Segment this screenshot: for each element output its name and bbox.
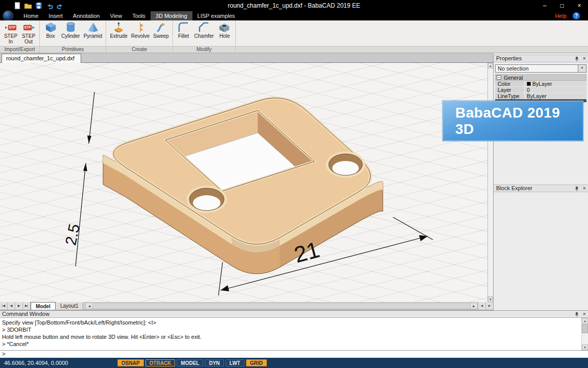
sweep-button[interactable]: Sweep [152, 21, 170, 39]
ribbon-filler [236, 20, 588, 53]
command-window: Command Window × Specify view [Top/Botto… [0, 310, 588, 358]
toggle-lwt[interactable]: LWT [226, 359, 244, 366]
cylinder-button[interactable]: Cylinder [60, 21, 81, 39]
command-line: Specify view [Top/Bottom/Front/bAck/Left… [2, 319, 580, 326]
scroll-left-icon[interactable]: ◀ [86, 303, 92, 309]
command-window-header: Command Window × [0, 310, 588, 318]
ribbon-group-create: Extrude Revolve Sweep Create [106, 20, 173, 53]
toggle-model[interactable]: MODEL [177, 359, 203, 366]
pin-icon[interactable] [574, 186, 579, 193]
hole-icon [218, 21, 230, 33]
pyramid-button[interactable]: Pyramid [83, 21, 104, 39]
last-sheet-icon[interactable]: ▶| [23, 302, 31, 310]
close-icon[interactable]: × [583, 55, 586, 62]
trial-watermark: BabaCAD 2019 3D [443, 101, 583, 141]
scroll-down-icon[interactable]: ▼ [488, 296, 493, 302]
collapse-icon[interactable]: − [497, 75, 501, 80]
watermark-text: BabaCAD 2019 3D [455, 105, 583, 137]
category-general[interactable]: − General [495, 74, 586, 81]
group-label-modify: Modify [173, 46, 235, 53]
document-tab[interactable]: round_chamfer_1c_upd.dxf [2, 54, 81, 63]
command-line: > *Cancel* [2, 340, 580, 348]
selection-dropdown[interactable]: No selection ▼ [495, 64, 586, 73]
properties-grid: Color ByLayer Layer 0 LineType ByLayer [495, 81, 586, 99]
pan-left-icon[interactable]: ◀ [478, 302, 485, 310]
drawing-viewport[interactable]: 2.5 21 ▲ ▼ [0, 63, 493, 302]
close-icon[interactable]: × [583, 185, 586, 192]
document-tab-bar: round_chamfer_1c_upd.dxf [0, 53, 493, 63]
hole-right [327, 153, 364, 176]
step-out-icon: STP [23, 21, 35, 33]
property-row-layer[interactable]: Layer 0 [495, 87, 586, 93]
chamfer-button[interactable]: Chamfer [193, 21, 215, 39]
scroll-right-icon[interactable]: ▶ [471, 303, 477, 309]
scrollbar-thumb[interactable] [92, 303, 471, 309]
hole-left [188, 187, 226, 212]
scroll-down-icon[interactable]: ▼ [582, 344, 588, 350]
revolve-icon [134, 21, 146, 33]
scroll-up-icon[interactable]: ▲ [488, 63, 493, 68]
fillet-icon [178, 21, 189, 33]
pin-icon[interactable] [574, 56, 579, 63]
close-button[interactable]: × [571, 0, 588, 11]
menubar: Home Insert Annotation View Tools 3D Mod… [0, 11, 588, 20]
minimize-button[interactable]: – [536, 0, 553, 11]
category-general-label: General [504, 75, 523, 81]
revolve-button[interactable]: Revolve [130, 21, 151, 39]
pyramid-icon [87, 21, 99, 33]
chevron-down-icon[interactable]: ▼ [578, 65, 586, 72]
command-history[interactable]: Specify view [Top/Bottom/Front/bAck/Left… [0, 318, 588, 351]
scroll-up-icon[interactable]: ▲ [582, 318, 588, 324]
command-input[interactable]: > [0, 351, 588, 357]
next-sheet-icon[interactable]: ▶ [15, 302, 23, 310]
toggle-osnap[interactable]: OSNAP [117, 359, 144, 366]
tab-annotation[interactable]: Annotation [68, 11, 105, 20]
right-panel: Properties × No selection ▼ − General Co… [493, 53, 588, 310]
step-out-button[interactable]: STP STEP Out [20, 21, 37, 44]
ribbon-group-primitives: Box Cylinder Pyramid Primitives [40, 20, 106, 53]
selection-dropdown-value: No selection [498, 65, 529, 72]
tab-view[interactable]: View [105, 11, 127, 20]
box-button[interactable]: Box [42, 21, 59, 39]
svg-text:STP: STP [24, 26, 31, 29]
command-window-title: Command Window [2, 311, 50, 317]
help-icon[interactable]: ? [573, 12, 580, 19]
viewport-vertical-scrollbar[interactable]: ▲ ▼ [487, 63, 493, 302]
extrude-button[interactable]: Extrude [109, 21, 128, 39]
ribbon: STP STEP In STP STEP Out Import/Export [0, 20, 588, 53]
toggle-otrack[interactable]: OTRACK [145, 359, 176, 366]
viewport-horizontal-scrollbar[interactable]: ◀ ▶ [85, 303, 478, 309]
sheet-tab-bar: |◀ ◀ ▶ ▶| Model Layout1 ◀ ▶ ◀ ▶ [0, 302, 493, 310]
maximize-button[interactable]: □ [553, 0, 571, 11]
statusbar: 46.6066, 20.4094, 0.0000 OSNAP OTRACK MO… [0, 358, 588, 368]
tab-lisp-examples[interactable]: LISP examples [192, 11, 240, 20]
step-in-button[interactable]: STP STEP In [3, 21, 19, 44]
prev-sheet-icon[interactable]: ◀ [8, 302, 15, 310]
help-link[interactable]: Help [555, 11, 567, 20]
property-row-linetype[interactable]: LineType ByLayer [495, 93, 586, 99]
tab-3d-modeling[interactable]: 3D Modeling [151, 11, 192, 20]
command-line: Hold left mouse button and move to rotat… [2, 333, 580, 340]
color-swatch [527, 82, 531, 86]
chamfer-icon [198, 21, 210, 33]
tab-tools[interactable]: Tools [127, 11, 151, 20]
fillet-button[interactable]: Fillet [176, 21, 192, 39]
tab-home[interactable]: Home [18, 11, 43, 20]
close-icon[interactable]: × [583, 311, 586, 317]
pan-right-icon[interactable]: ▶ [485, 302, 493, 310]
tab-layout1[interactable]: Layout1 [56, 302, 84, 310]
hole-button[interactable]: Hole [216, 21, 233, 39]
block-explorer-title: Block Explorer [496, 185, 532, 191]
titlebar: round_chamfer_1c_upd.dxf - BabaCAD 2019 … [0, 0, 588, 11]
step-in-icon: STP [5, 21, 17, 33]
toggle-dyn[interactable]: DYN [205, 359, 224, 366]
command-scrollbar[interactable]: ▲ ▼ [581, 318, 588, 350]
tab-insert[interactable]: Insert [43, 11, 68, 20]
babacad-logo-icon[interactable] [3, 10, 14, 21]
toggle-grid[interactable]: GRID [246, 359, 267, 366]
first-sheet-icon[interactable]: |◀ [0, 302, 8, 310]
tab-model[interactable]: Model [31, 302, 56, 310]
extrude-icon [113, 21, 125, 33]
scrollbar-thumb[interactable] [582, 324, 588, 333]
property-row-color[interactable]: Color ByLayer [495, 81, 586, 87]
